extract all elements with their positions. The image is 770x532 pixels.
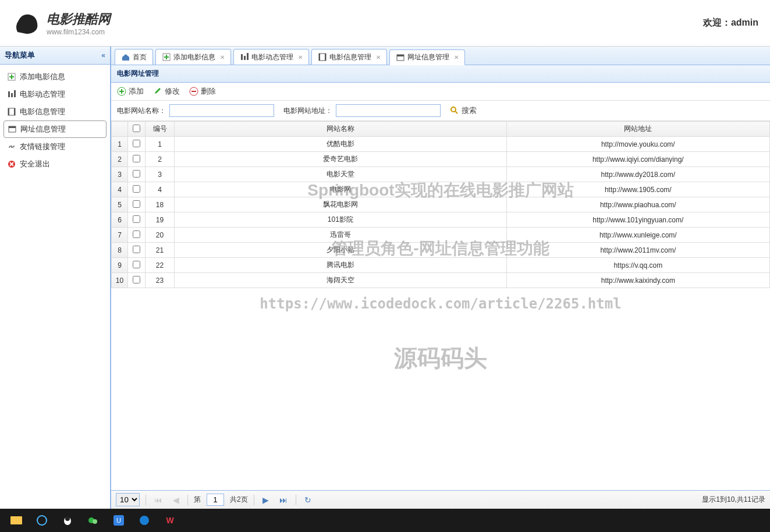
search-row: 电影网站名称： 电影网站地址： 搜索	[111, 101, 770, 121]
svg-rect-22	[10, 516, 22, 524]
search-name-label: 电影网站名称：	[117, 106, 166, 116]
sidebar-item-1[interactable]: 电影动态管理	[0, 86, 110, 103]
sidebar-title: 导航菜单	[5, 50, 35, 61]
svg-rect-12	[244, 56, 246, 60]
logo-area: 电影推酷网 www.film1234.com	[12, 9, 111, 38]
table-row[interactable]: 44电影网http://www.1905.com/	[112, 182, 770, 197]
table-wrap: 编号 网站名称 网站地址 11优酷电影http://movie.youku.co…	[111, 121, 770, 490]
svg-text:U: U	[116, 517, 121, 524]
taskbar-ie-icon[interactable]	[31, 512, 52, 529]
prev-page-button[interactable]: ◀	[171, 495, 182, 505]
table-row[interactable]: 619101影院http://www.101yingyuan.com/	[112, 212, 770, 228]
table-row[interactable]: 821夕阳小站http://www.2011mv.com/	[112, 243, 770, 258]
row-checkbox[interactable]	[133, 155, 140, 162]
svg-point-21	[451, 107, 456, 112]
svg-rect-6	[14, 108, 15, 115]
search-icon	[450, 106, 459, 115]
svg-point-23	[37, 516, 47, 525]
select-all-checkbox[interactable]	[133, 125, 140, 132]
page-input[interactable]	[207, 494, 224, 506]
tabs-bar: 首页添加电影信息✕电影动态管理✕电影信息管理✕网址信息管理✕	[111, 47, 770, 65]
svg-point-27	[93, 519, 97, 524]
row-checkbox[interactable]	[133, 185, 140, 193]
row-checkbox[interactable]	[133, 140, 140, 147]
search-button[interactable]: 搜索	[450, 105, 477, 116]
taskbar-wps-icon[interactable]: W	[159, 512, 180, 529]
tab-4[interactable]: 网址信息管理✕	[389, 49, 465, 65]
row-checkbox[interactable]	[133, 200, 140, 208]
svg-rect-16	[325, 54, 326, 61]
logo-subtitle: www.film1234.com	[47, 28, 111, 36]
sidebar: 导航菜单 « 添加电影信息电影动态管理电影信息管理网址信息管理友情链接管理安全退…	[0, 47, 111, 509]
panel-title: 电影网址管理	[111, 65, 770, 83]
table-row[interactable]: 22爱奇艺电影http://www.iqiyi.com/dianying/	[112, 152, 770, 167]
table-row[interactable]: 33电影天堂http://www.dy2018.com/	[112, 167, 770, 182]
svg-rect-1	[8, 91, 10, 97]
sidebar-collapse-icon[interactable]: «	[101, 51, 105, 59]
svg-rect-8	[9, 126, 16, 128]
search-name-input[interactable]	[169, 104, 274, 117]
sidebar-item-5[interactable]: 安全退出	[0, 155, 110, 173]
svg-rect-13	[247, 53, 249, 60]
tab-close-icon[interactable]: ✕	[454, 54, 459, 61]
table-row[interactable]: 720迅雷哥http://www.xunleige.com/	[112, 228, 770, 243]
taskbar-edge-icon[interactable]	[134, 512, 155, 529]
row-checkbox[interactable]	[133, 170, 140, 178]
taskbar-app1-icon[interactable]: U	[108, 512, 129, 529]
refresh-button[interactable]: ↻	[302, 495, 314, 505]
sidebar-item-4[interactable]: 友情链接管理	[0, 138, 110, 155]
tab-0[interactable]: 首页	[115, 49, 153, 65]
taskbar: U W	[0, 509, 770, 532]
table-row[interactable]: 518飘花电影网http://www.piaohua.com/	[112, 197, 770, 212]
last-page-button[interactable]: ⏭	[277, 495, 290, 505]
toolbar: 添加 修改 删除	[111, 83, 770, 101]
svg-point-25	[65, 516, 70, 521]
svg-rect-3	[14, 90, 16, 97]
col-name: 网站名称	[175, 122, 507, 137]
plus-icon	[117, 87, 126, 96]
row-checkbox[interactable]	[133, 276, 140, 283]
table-row[interactable]: 922腾讯电影https://v.qq.com	[112, 258, 770, 273]
tab-3[interactable]: 电影信息管理✕	[311, 49, 387, 65]
tab-close-icon[interactable]: ✕	[376, 54, 381, 61]
svg-rect-2	[11, 93, 13, 97]
svg-rect-18	[397, 55, 404, 56]
sidebar-item-2[interactable]: 电影信息管理	[0, 103, 110, 120]
first-page-button[interactable]: ⏮	[152, 495, 165, 505]
page-size-select[interactable]: 10	[116, 493, 140, 506]
row-checkbox[interactable]	[133, 261, 140, 268]
row-checkbox[interactable]	[133, 230, 140, 238]
search-url-input[interactable]	[336, 104, 441, 117]
tab-1[interactable]: 添加电影信息✕	[155, 49, 231, 65]
edit-button[interactable]: 修改	[153, 86, 180, 97]
pencil-icon	[153, 87, 162, 96]
tab-close-icon[interactable]: ✕	[298, 54, 303, 61]
taskbar-wechat-icon[interactable]	[83, 512, 104, 529]
row-checkbox[interactable]	[133, 215, 140, 223]
taskbar-qq-icon[interactable]	[57, 512, 78, 529]
svg-text:W: W	[166, 516, 174, 525]
svg-rect-11	[241, 54, 243, 60]
tab-2[interactable]: 电影动态管理✕	[233, 49, 309, 65]
table-row[interactable]: 11优酷电影http://movie.youku.com/	[112, 137, 770, 152]
header: 电影推酷网 www.film1234.com 欢迎：admin	[0, 0, 770, 47]
svg-rect-5	[8, 108, 9, 115]
table-row[interactable]: 1023海阔天空http://www.kaixindy.com	[112, 273, 770, 288]
col-url: 网站地址	[506, 122, 769, 137]
add-button[interactable]: 添加	[117, 86, 144, 97]
sidebar-item-0[interactable]: 添加电影信息	[0, 68, 110, 86]
content: 首页添加电影信息✕电影动态管理✕电影信息管理✕网址信息管理✕ 电影网址管理 添加…	[111, 47, 770, 509]
delete-button[interactable]: 删除	[189, 86, 216, 97]
gorilla-logo-icon	[12, 9, 41, 38]
svg-point-30	[140, 516, 149, 525]
minus-icon	[189, 87, 198, 96]
row-checkbox[interactable]	[133, 246, 140, 253]
welcome-text: 欢迎：admin	[703, 17, 758, 29]
search-url-label: 电影网站地址：	[283, 106, 332, 116]
sidebar-item-3[interactable]: 网址信息管理	[3, 120, 107, 138]
pager: 10 ⏮ ◀ 第 共2页 ▶ ⏭ ↻ 显示1到10,共11记录	[111, 490, 770, 509]
logo-title: 电影推酷网	[47, 10, 111, 28]
next-page-button[interactable]: ▶	[260, 495, 271, 505]
taskbar-explorer-icon[interactable]	[6, 512, 27, 529]
tab-close-icon[interactable]: ✕	[220, 54, 225, 61]
